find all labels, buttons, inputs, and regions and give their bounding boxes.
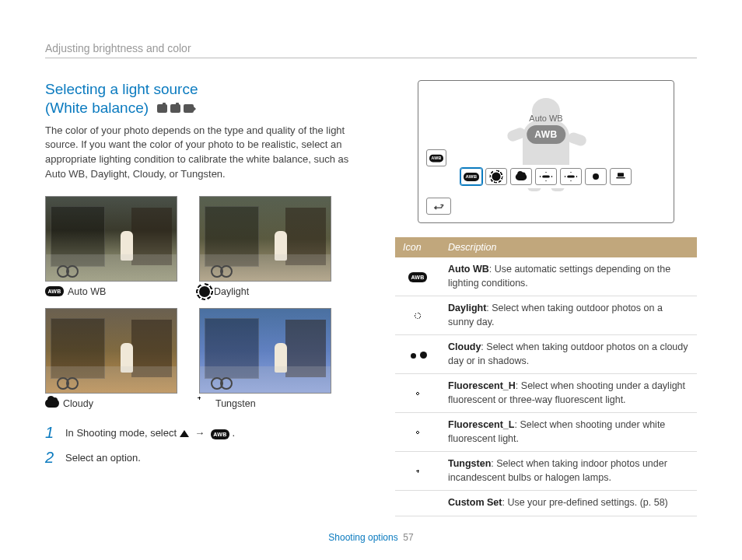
wb-option-fluorescent-h[interactable]: [535, 168, 557, 185]
th-icon: Icon: [395, 237, 440, 257]
table-row: Fluorescent_L: Select when shooting unde…: [395, 413, 697, 452]
step-number: 1: [45, 425, 58, 440]
back-button[interactable]: ⮐: [426, 198, 451, 215]
arrow-icon: →: [194, 427, 208, 439]
page-footer: Shooting options 57: [0, 532, 742, 543]
cell-desc: Daylight: Select when taking outdoor pho…: [440, 296, 697, 335]
desc-text: : Select when taking outdoor photos on a…: [448, 341, 688, 366]
awb-icon: AWB: [45, 286, 64, 296]
th-description: Description: [440, 237, 697, 257]
heading-line-2: (White balance): [45, 100, 149, 116]
mode-smart-icon: [170, 104, 180, 113]
step-1: 1 In Shooting mode, select → AWB .: [45, 425, 364, 440]
bulb-icon: [593, 173, 599, 180]
sample-image: [45, 308, 177, 394]
sample-image: [199, 196, 331, 282]
cell-desc: Auto WB: Use automatic settings dependin…: [440, 257, 697, 296]
wb-description-table: Icon Description AWBAuto WB: Use automat…: [395, 237, 697, 516]
steps-list: 1 In Shooting mode, select → AWB . 2 Sel…: [45, 425, 364, 465]
footer-section: Shooting options: [328, 532, 397, 543]
sample-label-text: Auto WB: [68, 286, 106, 297]
wb-option-cloudy[interactable]: [510, 168, 532, 185]
cloud-icon: [45, 399, 59, 408]
table-row: Tungsten: Select when taking indoor phot…: [395, 452, 697, 491]
custom-icon: [616, 173, 625, 180]
sample-label-text: Cloudy: [63, 398, 93, 409]
cell-icon: [395, 452, 440, 491]
step-text-a: In Shooting mode, select: [65, 427, 180, 439]
cell-icon: [395, 413, 440, 452]
awb-icon: AWB: [211, 429, 229, 439]
heading-line-1: Selecting a light source: [45, 81, 198, 97]
awb-icon: AWB: [464, 173, 479, 181]
wb-side-button[interactable]: AWB: [426, 149, 446, 166]
up-icon: [180, 430, 189, 437]
cell-desc: Fluorescent_L: Select when shooting unde…: [440, 413, 697, 452]
wb-badge-title: Auto WB: [527, 114, 565, 123]
breadcrumb: Adjusting brightness and color: [45, 42, 697, 58]
table-row: Fluorescent_H: Select when shooting unde…: [395, 374, 697, 413]
cell-desc: Fluorescent_H: Select when shooting unde…: [440, 374, 697, 413]
awb-icon: AWB: [408, 272, 427, 282]
sample-grid: AWB Auto WB Daylight: [45, 196, 364, 409]
fluorescent-icon: [566, 173, 576, 180]
term: Custom Set: [448, 497, 502, 508]
cell-desc: Tungsten: Select when taking indoor phot…: [440, 452, 697, 491]
footer-page: 57: [403, 532, 413, 543]
cell-desc: Custom Set: Use your pre-defined setting…: [440, 491, 697, 516]
cell-icon: AWB: [395, 257, 440, 296]
table-row: AWBAuto WB: Use automatic settings depen…: [395, 257, 697, 296]
wb-badge-text: AWB: [527, 125, 565, 144]
sample-cloudy: Cloudy: [45, 308, 177, 409]
term: Fluorescent_H: [448, 380, 516, 391]
table-row: Custom Set: Use your pre-defined setting…: [395, 491, 697, 516]
sun-icon: [199, 286, 210, 297]
sun-icon: [492, 172, 500, 180]
sample-autowb: AWB Auto WB: [45, 196, 177, 297]
wb-option-tungsten[interactable]: [585, 168, 607, 185]
sample-label-text: Tungsten: [215, 398, 256, 409]
camera-lcd: Auto WB AWB AWB AWB ⮐: [418, 80, 674, 223]
cell-desc: Cloudy: Select when taking outdoor photo…: [440, 335, 697, 374]
step-2: 2 Select an option.: [45, 450, 364, 465]
wb-option-row: AWB: [457, 165, 635, 188]
term: Daylight: [448, 303, 486, 313]
cell-icon: [395, 491, 440, 516]
term: Auto WB: [448, 264, 489, 275]
table-row: Daylight: Select when taking outdoor pho…: [395, 296, 697, 335]
wb-option-fluorescent-l[interactable]: [560, 168, 582, 185]
term: Fluorescent_L: [448, 419, 514, 430]
sample-daylight: Daylight: [199, 196, 331, 297]
cloud-icon: [516, 173, 527, 180]
bulb-icon: [199, 398, 212, 409]
mode-photo-icon: [157, 104, 167, 113]
term: Cloudy: [448, 341, 481, 352]
mode-video-icon: [184, 104, 194, 113]
cell-icon: [395, 374, 440, 413]
sample-image: [45, 196, 177, 282]
page-title: Selecting a light source (White balance): [45, 80, 364, 117]
sample-image: [199, 308, 331, 394]
wb-option-awb[interactable]: AWB: [460, 168, 482, 185]
cell-icon: [395, 296, 440, 335]
sample-tungsten: Tungsten: [199, 308, 331, 409]
table-row: Cloudy: Select when taking outdoor photo…: [395, 335, 697, 374]
wb-option-daylight[interactable]: [485, 168, 507, 185]
term: Tungsten: [448, 458, 491, 469]
cell-icon: [395, 335, 440, 374]
back-icon: ⮐: [434, 201, 444, 212]
wb-badge: Auto WB AWB: [527, 114, 565, 144]
intro-text: The color of your photo depends on the t…: [45, 124, 364, 182]
desc-text: : Use your pre-defined settings. (p. 58): [502, 497, 667, 508]
step-number: 2: [45, 450, 58, 465]
sample-label-text: Daylight: [214, 286, 249, 297]
step-text-c: .: [233, 427, 236, 439]
fluorescent-icon: [541, 173, 551, 180]
wb-option-custom[interactable]: [610, 168, 632, 185]
awb-icon: AWB: [429, 154, 443, 162]
step-text: Select an option.: [65, 450, 141, 464]
